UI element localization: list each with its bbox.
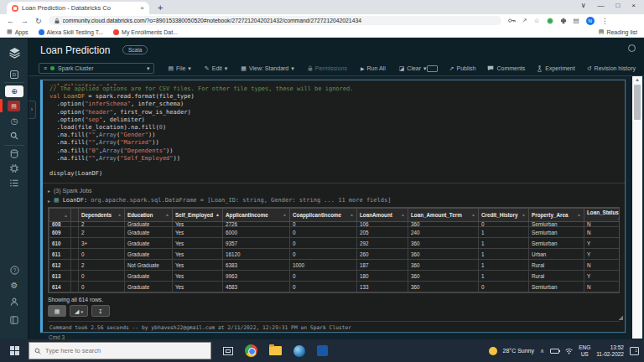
column-header[interactable]: Property_Area▲ <box>529 209 584 222</box>
code-line[interactable]: .na.fill("",Array("Married")) <box>49 139 618 147</box>
permissions-button[interactable]: Permissions <box>308 65 347 71</box>
create-button[interactable]: ⊕ <box>5 85 23 97</box>
code-line[interactable] <box>49 163 618 170</box>
bookmark-apps[interactable]: ▦ Apps <box>7 28 29 35</box>
refresh-icon[interactable]: ↻ <box>35 17 42 25</box>
column-header[interactable]: ▲ <box>49 209 71 222</box>
column-header[interactable]: Education▲ <box>125 209 173 222</box>
password-key-icon[interactable] <box>508 18 516 23</box>
window-chevron-icon[interactable]: ∨ <box>581 2 586 9</box>
notebook-cell[interactable]: val delimiter = ","// The applied option… <box>40 80 626 333</box>
forward-icon[interactable]: → <box>21 17 29 25</box>
edge-button[interactable] <box>293 345 305 357</box>
window-maximize-icon[interactable]: □ <box>615 2 620 9</box>
code-line[interactable]: val LoanDF = spark.read.format(file_type… <box>49 93 618 101</box>
share-icon[interactable]: ↗ <box>522 17 527 24</box>
status-circle-icon[interactable] <box>628 44 636 52</box>
browser-tab[interactable]: Loan Prediction - Databricks Co × <box>7 2 149 14</box>
revision-history-button[interactable]: ↺ Revision history <box>587 65 636 72</box>
bookmark-alexa[interactable]: Alexa Skill Testing T... <box>39 29 103 35</box>
bookmark-star-icon[interactable]: ☆ <box>534 17 540 24</box>
download-button[interactable]: ↧ <box>91 305 110 317</box>
code-line[interactable]: .na.fill("",Array("Self_Employed")) <box>49 155 618 163</box>
bookmark-enrollments[interactable]: My Enrollments Dat... <box>113 29 178 35</box>
extensions-puzzle-icon[interactable] <box>560 18 567 24</box>
recents-clock-icon[interactable]: ◷ <box>0 116 29 126</box>
chrome-taskbar-button[interactable] <box>245 344 257 357</box>
file-menu[interactable]: ▤ File ▾ <box>168 65 190 72</box>
column-header[interactable]: Credit_History▲ <box>479 209 529 222</box>
resize-handle[interactable] <box>618 315 623 320</box>
profile-avatar[interactable]: N <box>586 17 595 25</box>
tab-close-icon[interactable]: × <box>140 4 144 12</box>
settings-gear-icon[interactable]: ⚙ <box>0 281 29 290</box>
code-line[interactable]: .na.fill("0",Array("Dependents")) <box>49 147 618 155</box>
code-line[interactable]: .option("header", first_row_is_header) <box>49 109 618 116</box>
notebook-title[interactable]: Loan Prediction <box>40 44 110 56</box>
file-explorer-button[interactable] <box>269 346 282 355</box>
extension-green-icon[interactable] <box>547 18 553 24</box>
wifi-icon[interactable] <box>565 348 573 354</box>
column-header[interactable]: CoapplicantIncome▲ <box>290 209 357 222</box>
column-header[interactable] <box>71 209 79 222</box>
sidebar-expand-handle[interactable]: › <box>29 101 36 119</box>
data-icon[interactable] <box>0 148 29 158</box>
window-close-icon[interactable]: × <box>631 2 636 9</box>
comments-button[interactable]: Comments <box>487 65 525 71</box>
blue-app-button[interactable] <box>317 345 328 356</box>
extension-list-icon[interactable]: ▤ <box>574 17 579 24</box>
shortcuts-keyboard-icon[interactable]: ∙∙∙ <box>427 65 438 72</box>
browser-menu-icon[interactable]: ⋮ <box>601 17 609 25</box>
cluster-selector[interactable]: ≡ Spark Cluster ▾ <box>39 63 154 74</box>
code-line[interactable]: .option("sep", delimiter) <box>49 116 618 124</box>
start-button[interactable] <box>0 339 29 362</box>
taskbar-clock[interactable]: 13:52 11-02-2022 <box>596 344 624 358</box>
publish-button[interactable]: ↗ Publish <box>449 65 476 72</box>
code-line[interactable]: .option("inferSchema", infer_schema) <box>49 101 618 108</box>
new-tab-button[interactable]: + <box>158 3 163 13</box>
column-header[interactable]: Dependents▲ <box>79 209 125 222</box>
taskbar-search[interactable] <box>29 342 211 359</box>
url-bar[interactable]: community.cloud.databricks.com/?o=890153… <box>49 16 501 25</box>
language-indicator[interactable]: ENG US <box>579 344 590 358</box>
code-line[interactable]: display(LoanDF) <box>49 170 618 178</box>
databricks-logo-icon[interactable] <box>0 47 29 59</box>
weather-label[interactable]: 28°C Sunny <box>503 348 534 354</box>
battery-icon[interactable] <box>550 349 559 354</box>
column-header[interactable]: ApplicantIncome▲ <box>223 209 290 222</box>
compute-icon[interactable] <box>0 163 29 173</box>
code-line[interactable]: .load(file_location).na.fill(0) <box>49 124 618 132</box>
view-menu[interactable]: ▦ View: Standard ▾ <box>241 65 294 72</box>
experiment-button[interactable]: Experiment <box>537 65 574 72</box>
help-icon[interactable]: ? <box>0 265 29 275</box>
chart-view-button[interactable]: ◢ ▾ <box>70 305 88 317</box>
run-all-button[interactable]: ▶ Run All <box>361 65 386 71</box>
dataframe-expander[interactable]: ▸ ▦ LoanDF: org.apache.spark.sql.DataFra… <box>48 195 620 205</box>
column-header[interactable]: Self_Employed▲ <box>173 209 223 222</box>
workspace-icon[interactable]: D <box>0 69 29 79</box>
table-view-button[interactable]: ▦ <box>48 305 66 317</box>
code-line[interactable]: // The applied options are for CSV files… <box>49 85 618 93</box>
search-icon[interactable] <box>0 131 29 140</box>
column-header[interactable]: LoanAmount▲ <box>357 209 408 222</box>
scroll-up-icon[interactable]: ▲ <box>632 76 642 82</box>
task-view-button[interactable] <box>223 347 233 355</box>
window-minimize-icon[interactable]: — <box>597 2 604 9</box>
collapse-sidebar-icon[interactable] <box>0 315 29 324</box>
edit-menu[interactable]: ✎ Edit ▾ <box>205 65 227 72</box>
url-text[interactable]: community.cloud.databricks.com/?o=890153… <box>63 18 361 23</box>
clear-menu[interactable]: ◪ Clear ▾ <box>399 65 427 72</box>
account-icon[interactable] <box>0 297 29 306</box>
scrollbar-thumb[interactable] <box>634 85 641 120</box>
jobs-icon[interactable] <box>0 178 29 187</box>
back-icon[interactable]: ← <box>7 17 14 25</box>
hidden-icons-chevron[interactable]: ∧ <box>540 348 544 354</box>
search-input[interactable] <box>45 347 196 354</box>
page-scrollbar[interactable]: ▲ <box>632 76 642 339</box>
code-block[interactable]: val delimiter = ","// The applied option… <box>43 80 625 179</box>
code-line[interactable]: .na.fill("",Array("Gender")) <box>49 132 618 139</box>
notification-center-icon[interactable]: 1 <box>630 347 639 355</box>
column-header[interactable]: Loan_Amount_Term▲ <box>408 209 479 222</box>
notebook-icon[interactable]: ▤ <box>8 101 20 111</box>
spark-jobs-expander[interactable]: ▸ (3) Spark Jobs <box>48 185 620 195</box>
